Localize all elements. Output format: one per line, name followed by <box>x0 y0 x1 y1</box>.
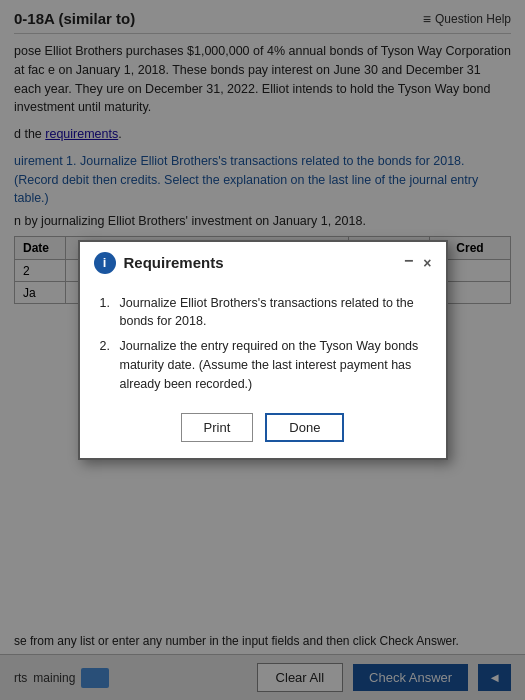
list-item: 1. Journalize Elliot Brothers's transact… <box>100 294 426 332</box>
modal-minimize-button[interactable]: − <box>404 253 413 273</box>
info-icon: i <box>94 252 116 274</box>
main-content: 0-18A (similar to) ≡ Question Help pose … <box>0 0 525 700</box>
modal-title-left: i Requirements <box>94 252 224 274</box>
list-item: 2. Journalize the entry required on the … <box>100 337 426 393</box>
item2-num: 2. <box>100 337 114 356</box>
item1-text: Journalize Elliot Brothers's transaction… <box>120 294 426 332</box>
modal-close-button[interactable]: × <box>423 255 431 271</box>
modal-buttons: Print Done <box>100 413 426 442</box>
item1-num: 1. <box>100 294 114 313</box>
modal-title: Requirements <box>124 254 224 271</box>
modal-body: 1. Journalize Elliot Brothers's transact… <box>80 282 446 459</box>
done-button[interactable]: Done <box>265 413 344 442</box>
requirements-modal: i Requirements − × 1. Journalize Elliot … <box>78 240 448 461</box>
print-button[interactable]: Print <box>181 413 254 442</box>
modal-controls: − × <box>404 253 432 273</box>
item2-text: Journalize the entry required on the Tys… <box>120 337 426 393</box>
modal-title-bar: i Requirements − × <box>80 242 446 282</box>
modal-overlay: i Requirements − × 1. Journalize Elliot … <box>0 0 525 700</box>
modal-list: 1. Journalize Elliot Brothers's transact… <box>100 294 426 394</box>
